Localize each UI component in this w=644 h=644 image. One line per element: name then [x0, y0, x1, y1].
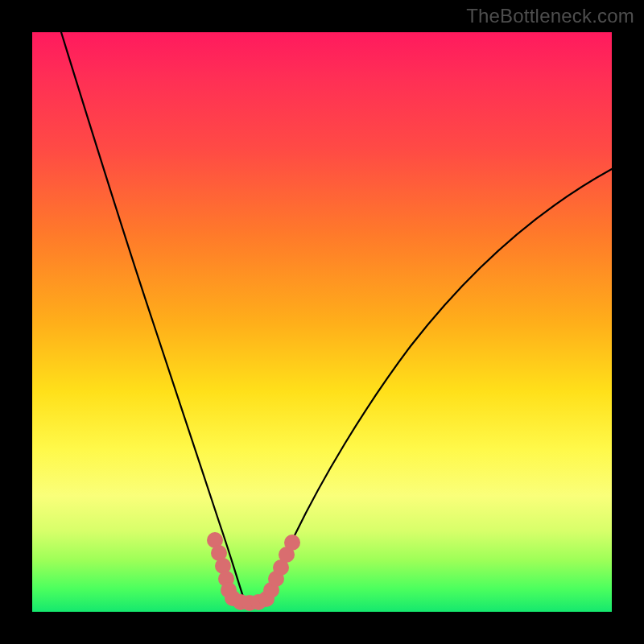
- svg-point-14: [284, 535, 300, 551]
- valley-highlight: [207, 532, 300, 611]
- bottleneck-curve: [61, 32, 612, 608]
- chart-frame: TheBottleneck.com: [0, 0, 644, 644]
- watermark-text: TheBottleneck.com: [466, 5, 634, 27]
- chart-svg: [32, 32, 612, 612]
- plot-area: [32, 32, 612, 612]
